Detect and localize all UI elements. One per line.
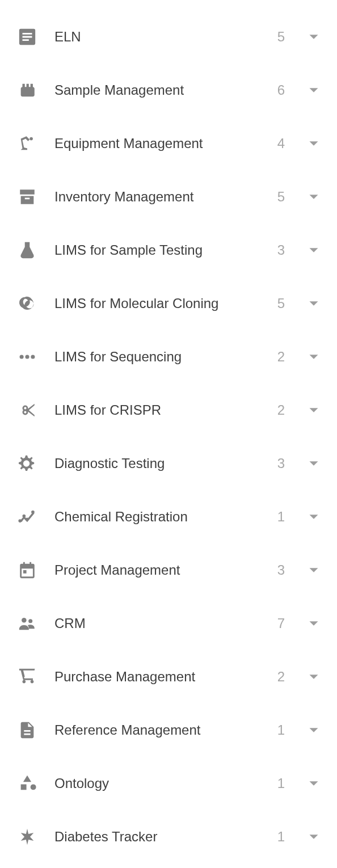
shapes-icon — [16, 772, 39, 795]
menu-item-count: 4 — [271, 136, 285, 151]
sidebar-menu: ELN5Sample Management6Equipment Manageme… — [0, 10, 337, 863]
scissors-icon — [16, 399, 39, 422]
menu-item-sample-management[interactable]: Sample Management6 — [0, 64, 337, 117]
menu-item-diagnostic-testing[interactable]: Diagnostic Testing3 — [0, 437, 337, 490]
menu-item-equipment-management[interactable]: Equipment Management4 — [0, 117, 337, 170]
archive-box-icon — [16, 186, 39, 208]
menu-item-label: Inventory Management — [54, 189, 271, 205]
menu-item-label: Ontology — [54, 776, 271, 791]
menu-item-label: LIMS for Sample Testing — [54, 242, 271, 258]
menu-item-lims-for-sample-testing[interactable]: LIMS for Sample Testing3 — [0, 224, 337, 277]
menu-item-count: 3 — [271, 562, 285, 578]
chevron-down-icon[interactable] — [309, 32, 319, 42]
chevron-down-icon[interactable] — [309, 458, 319, 469]
chevron-down-icon[interactable] — [309, 725, 319, 735]
menu-item-count: 3 — [271, 456, 285, 471]
chevron-down-icon[interactable] — [309, 778, 319, 789]
menu-item-lims-for-molecular-cloning[interactable]: LIMS for Molecular Cloning5 — [0, 277, 337, 330]
chevron-down-icon[interactable] — [309, 192, 319, 202]
menu-item-label: Chemical Registration — [54, 509, 271, 525]
dots-icon — [16, 345, 39, 368]
menu-item-crm[interactable]: CRM7 — [0, 597, 337, 650]
menu-item-label: Purchase Management — [54, 669, 271, 685]
menu-item-count: 1 — [271, 776, 285, 791]
menu-item-label: LIMS for Molecular Cloning — [54, 296, 271, 311]
menu-item-purchase-management[interactable]: Purchase Management2 — [0, 650, 337, 703]
menu-item-reference-management[interactable]: Reference Management1 — [0, 703, 337, 757]
chevron-down-icon[interactable] — [309, 565, 319, 575]
note-icon — [16, 26, 39, 48]
menu-item-count: 5 — [271, 296, 285, 311]
menu-item-diabetes-tracker[interactable]: Diabetes Tracker1 — [0, 810, 337, 863]
menu-item-label: CRM — [54, 616, 271, 631]
menu-item-label: Reference Management — [54, 722, 271, 738]
menu-item-count: 1 — [271, 829, 285, 845]
chevron-down-icon[interactable] — [309, 618, 319, 629]
chevron-down-icon[interactable] — [309, 672, 319, 682]
menu-item-count: 5 — [271, 29, 285, 45]
menu-item-chemical-registration[interactable]: Chemical Registration1 — [0, 490, 337, 543]
plate-icon — [16, 79, 39, 102]
menu-item-count: 2 — [271, 669, 285, 685]
chevron-down-icon[interactable] — [309, 512, 319, 522]
menu-item-label: LIMS for CRISPR — [54, 402, 271, 418]
chevron-down-icon[interactable] — [309, 138, 319, 149]
menu-item-lims-for-crispr[interactable]: LIMS for CRISPR2 — [0, 384, 337, 437]
chevron-down-icon[interactable] — [309, 832, 319, 842]
menu-item-label: Equipment Management — [54, 136, 271, 151]
menu-item-label: LIMS for Sequencing — [54, 349, 271, 365]
calendar-icon — [16, 559, 39, 582]
menu-item-count: 6 — [271, 82, 285, 98]
menu-item-eln[interactable]: ELN5 — [0, 10, 337, 64]
trend-icon — [16, 505, 39, 528]
menu-item-project-management[interactable]: Project Management3 — [0, 543, 337, 597]
chevron-down-icon[interactable] — [309, 352, 319, 362]
menu-item-count: 2 — [271, 349, 285, 365]
menu-item-count: 5 — [271, 189, 285, 205]
menu-item-label: Sample Management — [54, 82, 271, 98]
cart-icon — [16, 665, 39, 688]
star-burst-icon — [16, 825, 39, 848]
menu-item-label: Diabetes Tracker — [54, 829, 271, 845]
virus-icon — [16, 452, 39, 475]
people-icon — [16, 612, 39, 635]
file-icon — [16, 719, 39, 741]
menu-item-lims-for-sequencing[interactable]: LIMS for Sequencing2 — [0, 330, 337, 384]
menu-item-inventory-management[interactable]: Inventory Management5 — [0, 170, 337, 224]
menu-item-count: 2 — [271, 402, 285, 418]
chevron-down-icon[interactable] — [309, 85, 319, 95]
rings-icon — [16, 292, 39, 315]
menu-item-count: 1 — [271, 722, 285, 738]
robot-arm-icon — [16, 132, 39, 155]
flask-icon — [16, 239, 39, 262]
menu-item-count: 3 — [271, 242, 285, 258]
menu-item-label: Diagnostic Testing — [54, 456, 271, 471]
menu-item-count: 1 — [271, 509, 285, 525]
menu-item-label: ELN — [54, 29, 271, 45]
menu-item-count: 7 — [271, 616, 285, 631]
chevron-down-icon[interactable] — [309, 245, 319, 255]
chevron-down-icon[interactable] — [309, 298, 319, 309]
menu-item-ontology[interactable]: Ontology1 — [0, 757, 337, 810]
chevron-down-icon[interactable] — [309, 405, 319, 415]
menu-item-label: Project Management — [54, 562, 271, 578]
